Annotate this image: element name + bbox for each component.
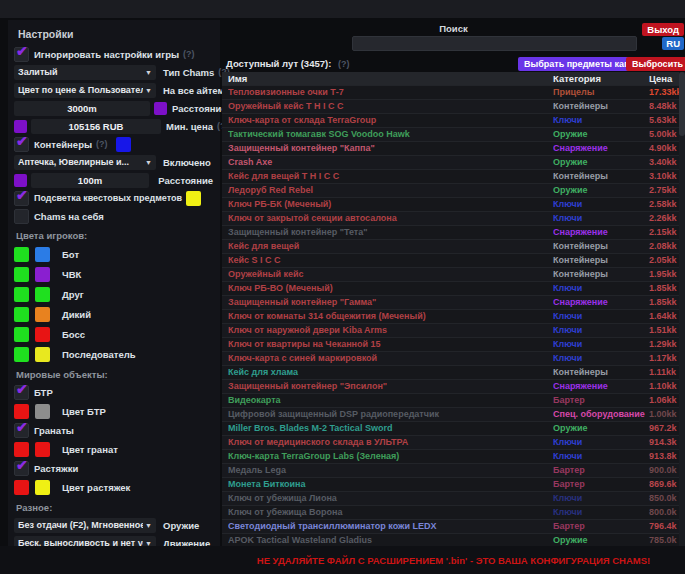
visible-color-swatch[interactable] [14,247,29,262]
visible-color-swatch[interactable] [14,347,29,362]
visible-color-swatch[interactable] [14,267,29,282]
table-row[interactable]: Miller Bros. Blades M-2 Tactical Sword О… [222,422,679,436]
table-row[interactable]: Оружейный кейс T H I C C Контейнеры 8.48… [222,100,679,114]
item-category: Ключи [553,506,649,519]
table-row[interactable]: Ключ-карта TerraGroup Labs (Зеленая) Клю… [222,450,679,464]
visible-color-swatch[interactable] [14,307,29,322]
table-row[interactable]: Светодиодный трансиллюминатор кожи LEDX … [222,520,679,534]
quest-color-swatch[interactable] [186,191,201,206]
item-name: Ключ РБ-БК (Меченый) [228,198,553,211]
ignore-game-settings-label: Игнорировать настройки игры [34,49,179,60]
hidden-color-swatch[interactable] [35,247,50,262]
hidden-color-swatch[interactable] [35,287,50,302]
container-distance-color-swatch[interactable] [14,174,27,187]
table-row[interactable]: Ключ от комнаты 314 общежития (Меченый) … [222,310,679,324]
grenade-color-swatch-1[interactable] [14,442,29,457]
check-icon: ✔ [16,422,28,432]
table-row[interactable]: Тактический томагавк SOG Voodoo Hawk Ору… [222,128,679,142]
visible-color-swatch[interactable] [14,327,29,342]
item-category: Снаряжение [553,226,649,239]
table-row[interactable]: Ключ от закрытой секции автосалона Ключи… [222,212,679,226]
quest-highlight-label: Подсветка квестовых предметов [34,193,182,203]
drop-all-button[interactable]: Выбросить все [626,57,685,71]
grenades-row: ✔ Гранаты [14,423,215,437]
tripwires-checkbox[interactable]: ✔ [14,461,29,476]
scrollbar-thumb[interactable] [679,72,685,136]
table-row[interactable]: Ключ-карта от склада TerraGroup Ключи 5.… [222,114,679,128]
item-category: Контейнеры [553,240,649,253]
table-row[interactable]: Кейс S I C C Контейнеры 2.05kk [222,254,679,268]
column-category[interactable]: Категория [553,72,649,85]
color-mode-dropdown[interactable]: Цвет по цене & Пользователь ▼ [14,83,156,98]
btr-color-swatch-1[interactable] [14,404,29,419]
table-row[interactable]: Ключ от квартиры на Чеканной 15 Ключи 1.… [222,338,679,352]
item-name: Светодиодный трансиллюминатор кожи LEDX [228,520,553,533]
help-hint[interactable]: (?) [183,49,195,59]
check-icon: ✔ [16,460,28,470]
table-row[interactable]: Видеокарта Бартер 1.06kk [222,394,679,408]
search-input[interactable] [352,36,637,51]
tripwire-color-label: Цвет растяжек [62,482,130,493]
table-row[interactable]: Ключ от убежища Лиона Ключи 850.0k [222,492,679,506]
table-row[interactable]: Тепловизионные очки Т-7 Прицелы 17.33kk [222,86,679,100]
language-button[interactable]: RU [662,37,684,50]
btr-checkbox[interactable]: ✔ [14,385,29,400]
table-row[interactable]: Кейс для хлама Контейнеры 1.11kk [222,366,679,380]
chams-type-value: Залитый [18,67,143,77]
grenades-checkbox[interactable]: ✔ [14,423,29,438]
grenade-color-swatch-2[interactable] [35,442,50,457]
table-row[interactable]: Ключ от медицинского склада в УЛЬТРА Клю… [222,436,679,450]
table-row[interactable]: Ледоруб Red Rebel Оружие 2.75kk [222,184,679,198]
hidden-color-swatch[interactable] [35,347,50,362]
table-row[interactable]: Кейс для вещей Контейнеры 2.08kk [222,240,679,254]
chams-self-checkbox[interactable]: ✔ [14,209,29,224]
hidden-color-swatch[interactable] [35,307,50,322]
help-hint[interactable]: (?) [338,59,350,69]
container-distance-input[interactable]: 100m [31,173,149,188]
table-row[interactable]: Ключ РБ-БК (Меченый) Ключи 2.58kk [222,198,679,212]
min-price-input[interactable]: 105156 RUB [31,119,161,134]
table-row[interactable]: Кейс для вещей T H I C C Контейнеры 3.10… [222,170,679,184]
column-price[interactable]: Цена [649,72,680,85]
table-row[interactable]: Crash Axe Оружие 3.40kk [222,156,679,170]
table-row[interactable]: Оружейный кейс Контейнеры 1.95kk [222,268,679,282]
containers-row: ✔ Контейнеры (?) [14,137,215,151]
item-name: Медаль Lega [228,464,553,477]
exit-button[interactable]: Выход [642,23,684,36]
container-distance-value: 100m [78,175,102,186]
table-row[interactable]: Защищенный контейнер "Эпсилон" Снаряжени… [222,380,679,394]
config-warning: НЕ УДАЛЯЙТЕ ФАЙЛ С РАСШИРЕНИЕМ '.bin' - … [0,555,685,566]
hidden-color-swatch[interactable] [35,267,50,282]
table-row[interactable]: Защищенный контейнер "Каппа" Снаряжение … [222,142,679,156]
ignore-game-settings-checkbox[interactable]: ✔ [14,47,29,62]
min-price-color-swatch[interactable] [14,120,27,133]
quest-highlight-checkbox[interactable]: ✔ [14,191,29,206]
containers-color-swatch[interactable] [116,137,131,152]
table-row[interactable]: Ключ от убежища Ворона Ключи 800.0k [222,506,679,520]
chams-type-dropdown[interactable]: Залитый ▼ [14,65,156,80]
table-row[interactable]: Цифровой защищенный DSP радиопередатчик … [222,408,679,422]
table-row[interactable]: Медаль Lega Бартер 900.0k [222,464,679,478]
table-row[interactable]: Ключ от наружной двери Kiba Arms Ключи 1… [222,324,679,338]
btr-color-swatch-2[interactable] [35,404,50,419]
scrollbar[interactable] [679,72,685,546]
weapon-misc-dropdown[interactable]: Без отдачи (F2), Мгновенное п ▼ [14,518,156,533]
chevron-down-icon: ▼ [145,522,152,529]
containers-checkbox[interactable]: ✔ [14,137,29,152]
container-filter-dropdown[interactable]: Аптечка, Ювелирные и... ▼ [14,155,156,170]
tripwire-color-swatch-1[interactable] [14,480,29,495]
table-row[interactable]: Ключ-карта с синей маркировкой Ключи 1.1… [222,352,679,366]
item-category: Контейнеры [553,254,649,267]
tripwire-color-swatch-2[interactable] [35,480,50,495]
column-name[interactable]: Имя [228,72,553,85]
distance-input[interactable]: 3000m [14,101,150,116]
table-row[interactable]: Защищенный контейнер "Гамма" Снаряжение … [222,296,679,310]
table-row[interactable]: Защищенный контейнер "Тета" Снаряжение 2… [222,226,679,240]
help-hint[interactable]: (?) [96,139,108,149]
container-filter-value: Аптечка, Ювелирные и... [18,157,143,167]
table-row[interactable]: Ключ РБ-ВО (Меченый) Ключи 1.85kk [222,282,679,296]
visible-color-swatch[interactable] [14,287,29,302]
hidden-color-swatch[interactable] [35,327,50,342]
table-row[interactable]: Монета Биткоина Бартер 869.6k [222,478,679,492]
distance-color-swatch[interactable] [154,102,167,115]
